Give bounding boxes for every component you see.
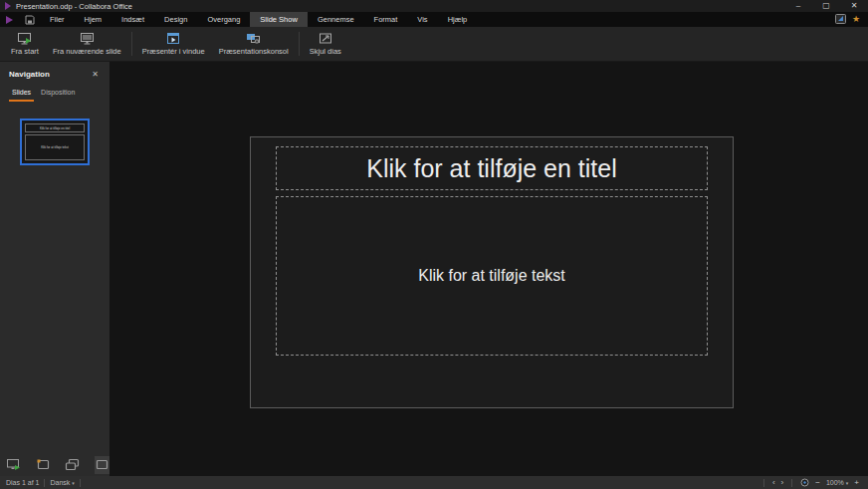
close-button[interactable]: ✕ — [840, 0, 868, 12]
navigation-tabs: Slides Disposition — [0, 83, 109, 102]
thumbnail-title-placeholder: Klik for at tilføje en titel — [25, 123, 85, 132]
screen-icon — [80, 32, 95, 45]
chevron-down-icon: ▾ — [846, 480, 849, 486]
slide-actions-bar — [0, 453, 109, 476]
navigation-panel: Navigation ✕ Slides Disposition Klik for… — [0, 62, 109, 476]
app-logo-icon — [4, 2, 12, 10]
present-in-window-button[interactable]: Præsentér i vindue — [135, 28, 212, 60]
duplicate-slide-icon[interactable] — [65, 456, 81, 474]
application-window: Presentation.odp - Collabora Office – ▢ … — [0, 0, 868, 489]
status-separator — [791, 479, 792, 487]
presenter-console-button[interactable]: Præsentationskonsol — [212, 28, 296, 60]
menu-bar: Filer Hjem Indsæt Design Overgang Slide … — [0, 12, 868, 27]
toolbar-separator — [131, 32, 132, 56]
hide-slide-icon — [319, 32, 332, 45]
menu-filer[interactable]: Filer — [40, 12, 75, 27]
from-current-slide-label: Fra nuværende slide — [53, 47, 121, 56]
status-bar: Dias 1 af 1 Dansk ▾ ‹ › − 100% ▾ + — [0, 476, 868, 489]
tab-disposition[interactable]: Disposition — [38, 87, 78, 102]
previous-slide-button[interactable]: ‹ — [769, 479, 778, 487]
zoom-out-button[interactable]: − — [812, 479, 823, 487]
minimize-button[interactable]: – — [784, 0, 812, 12]
slide-thumbnail-list: Klik for at tilføje en titel Klik for at… — [20, 119, 90, 165]
from-start-button[interactable]: Fra start — [4, 28, 46, 60]
window-play-icon — [166, 32, 180, 45]
body-placeholder[interactable]: Klik for at tilføje tekst — [276, 196, 708, 356]
from-current-slide-button[interactable]: Fra nuværende slide — [46, 28, 128, 60]
thumbnail-body-placeholder: Klik for at tilføje tekst — [25, 134, 85, 160]
slide-layout-icon[interactable] — [95, 456, 110, 474]
status-separator — [80, 479, 81, 487]
hide-slide-label: Skjul dias — [310, 47, 341, 56]
menu-format[interactable]: Format — [364, 12, 408, 27]
menu-design[interactable]: Design — [154, 12, 197, 27]
presentation-screen-icon[interactable] — [835, 14, 846, 26]
language-selector[interactable]: Dansk ▾ — [50, 479, 74, 486]
menubar-spacer — [477, 12, 835, 27]
language-label: Dansk — [50, 479, 70, 486]
zoom-in-button[interactable]: + — [851, 479, 862, 487]
star-icon[interactable]: ★ — [852, 15, 860, 24]
navigation-header: Navigation ✕ — [0, 62, 109, 83]
maximize-button[interactable]: ▢ — [812, 0, 840, 12]
zoom-fit-icon[interactable] — [797, 478, 812, 487]
title-bar: Presentation.odp - Collabora Office – ▢ … — [0, 0, 868, 12]
panel-close-icon[interactable]: ✕ — [90, 70, 101, 79]
menu-vis[interactable]: Vis — [407, 12, 437, 27]
chevron-down-icon: ▾ — [72, 480, 75, 486]
slide-editing-area[interactable]: Klik for at tilføje en titel Klik for at… — [250, 136, 734, 408]
title-placeholder[interactable]: Klik for at tilføje en titel — [276, 146, 708, 190]
slide-thumbnail-1[interactable]: Klik for at tilføje en titel Klik for at… — [20, 119, 90, 165]
tab-slides[interactable]: Slides — [9, 87, 34, 102]
collabora-logo-icon[interactable] — [0, 12, 20, 27]
toolbar-separator — [299, 32, 300, 56]
status-separator — [763, 479, 764, 487]
menu-overgang[interactable]: Overgang — [197, 12, 250, 27]
window-title: Presentation.odp - Collabora Office — [16, 2, 132, 11]
slide-count: Dias 1 af 1 — [6, 479, 39, 486]
window-controls: – ▢ ✕ — [784, 0, 868, 12]
menubar-right-icons: ★ — [835, 12, 868, 27]
presenter-console-icon — [246, 32, 261, 45]
navigation-title: Navigation — [9, 70, 50, 79]
status-separator — [44, 479, 45, 487]
menu-hjem[interactable]: Hjem — [75, 12, 112, 27]
slide-canvas[interactable]: Klik for at tilføje en titel Klik for at… — [109, 62, 868, 476]
zoom-level-selector[interactable]: 100% ▾ — [823, 479, 851, 486]
save-icon[interactable] — [20, 12, 40, 27]
slideshow-toolbar: Fra start Fra nuværende slide — [0, 27, 868, 62]
screen-play-icon — [17, 32, 32, 45]
zoom-level-value: 100% — [826, 479, 844, 486]
menu-indsaet[interactable]: Indsæt — [111, 12, 154, 27]
presenter-console-label: Præsentationskonsol — [219, 47, 289, 56]
from-start-label: Fra start — [11, 47, 39, 56]
hide-slide-button[interactable]: Skjul dias — [303, 28, 348, 60]
new-slide-icon[interactable] — [36, 456, 52, 474]
menu-gennemse[interactable]: Gennemse — [308, 12, 364, 27]
present-in-window-label: Præsentér i vindue — [142, 47, 205, 56]
menu-hjaelp[interactable]: Hjælp — [438, 12, 478, 27]
menu-slide-show[interactable]: Slide Show — [250, 12, 308, 27]
start-presentation-icon[interactable] — [6, 456, 22, 474]
next-slide-button[interactable]: › — [778, 479, 787, 487]
main-content: Navigation ✕ Slides Disposition Klik for… — [0, 62, 868, 476]
